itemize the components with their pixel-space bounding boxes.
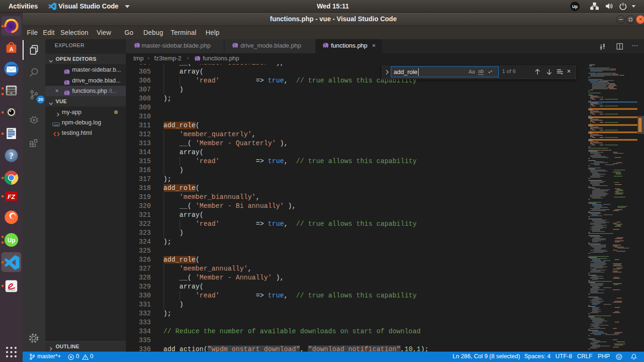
svg-text:Up: Up (8, 237, 16, 244)
svg-text:A: A (9, 46, 14, 53)
svg-text:Up: Up (572, 4, 578, 9)
svg-text:FZ: FZ (8, 193, 16, 200)
svg-text:20: 20 (38, 97, 43, 102)
svg-text:npm: npm (54, 123, 59, 126)
svg-text:?: ? (9, 151, 14, 161)
